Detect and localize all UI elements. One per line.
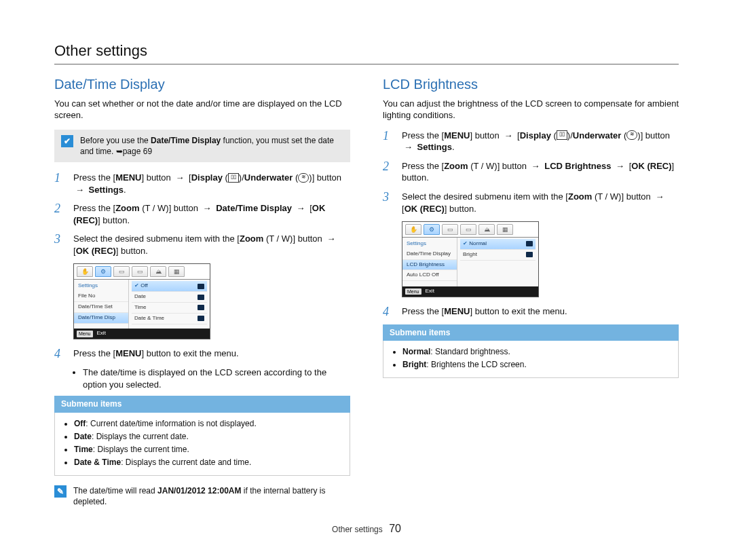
left-column: Date/Time Display You can set whether or…	[54, 75, 350, 508]
ss-footer: Menu Exit	[74, 329, 210, 339]
tab-icon: ▭	[460, 224, 476, 235]
ss-left-row: Date/Time Display	[402, 249, 457, 260]
note-icon	[54, 485, 67, 498]
footer-label: Other settings	[332, 525, 383, 534]
step-4: 4 Press the [MENU] button to exit the me…	[54, 348, 350, 360]
submenu-item: Date & Time: Displays the current date a…	[74, 457, 341, 468]
submenu-item: Time: Displays the current time.	[74, 444, 341, 455]
step-3: 3 Select the desired submenu item with t…	[383, 191, 679, 214]
check-icon	[61, 135, 73, 147]
ss-left-row: Auto LCD Off	[402, 270, 457, 281]
ss-tabs: ✋ ⚙ ▭ ▭ ⛰ ▦	[74, 264, 210, 280]
tab-icon: ▭	[132, 266, 148, 277]
right-column: LCD Brightness You can adjust the bright…	[383, 75, 679, 508]
step-4: 4 Press the [MENU] button to exit the me…	[383, 305, 679, 318]
step-body: Select the desired submenu item with the…	[402, 191, 679, 214]
step-3: 3 Select the desired submenu item with t…	[54, 233, 350, 257]
section-title-lcd: LCD Brightness	[383, 75, 679, 94]
step-body: Press the [MENU] button to exit the menu…	[402, 305, 679, 318]
submenu-item: Date: Displays the current date.	[74, 431, 341, 442]
tab-icon-active: ⚙	[95, 266, 111, 277]
step-number: 4	[54, 348, 65, 360]
ss-left-row-selected: Date/Time Disp	[74, 313, 128, 324]
underwater-icon: ≋	[298, 173, 309, 183]
option-icon	[526, 252, 533, 257]
step-body: Press the [MENU] button to exit the menu…	[73, 348, 350, 360]
step-body: Press the [MENU] button → [Display (▯▯)/…	[73, 172, 350, 195]
step-1: 1 Press the [MENU] button → [Display (▯▯…	[54, 172, 350, 195]
step-body: Select the desired submenu item with the…	[73, 233, 350, 257]
submenu-item: Off: Current date/time information is no…	[74, 418, 341, 429]
option-icon	[198, 316, 204, 321]
note-text: Before you use the Date/Time Display fun…	[80, 135, 343, 157]
intro-lcd: You can adjust the brightness of the LCD…	[383, 98, 679, 122]
ss-footer: Menu Exit	[402, 286, 538, 297]
ss-menu-btn: Menu	[77, 331, 93, 337]
ss-right-row-selected: ✔ Off	[132, 281, 207, 292]
step-number: 2	[54, 202, 65, 226]
tab-icon: ▦	[168, 266, 185, 277]
step-body: Press the [Zoom (T / W)] button → LCD Br…	[402, 160, 679, 184]
underwater-icon: ≋	[626, 130, 637, 140]
option-icon	[198, 295, 204, 300]
ss-exit-label: Exit	[97, 330, 106, 337]
submenu-item: Bright: Brightens the LCD screen.	[402, 359, 670, 370]
page-number: 70	[385, 523, 401, 534]
ss-left-title: Settings	[74, 281, 128, 291]
display-icon: ▯▯	[557, 130, 567, 140]
precondition-note: Before you use the Date/Time Display fun…	[54, 130, 350, 162]
display-icon: ▯▯	[228, 173, 239, 183]
tab-icon: ▭	[113, 266, 130, 277]
tab-icon: ✋	[405, 224, 421, 235]
tab-icon-active: ⚙	[424, 224, 440, 235]
ss-tabs: ✋ ⚙ ▭ ▭ ⛰ ▦	[402, 222, 538, 238]
step-number: 3	[383, 191, 394, 214]
tab-icon: ▦	[497, 224, 513, 235]
step-number: 1	[383, 130, 394, 153]
option-icon	[526, 241, 533, 246]
submenu-header-right: Submenu items	[383, 324, 679, 341]
ss-right-row: Date & Time	[132, 314, 207, 324]
intro-datetime: You can set whether or not the date and/…	[54, 98, 350, 122]
page-title: Other settings	[54, 41, 679, 61]
submenu-item: Normal: Standard brightness.	[402, 346, 670, 357]
step-number: 3	[54, 233, 65, 257]
ss-left-row: Date/Time Set	[74, 302, 128, 313]
submenu-body-left: Off: Current date/time information is no…	[54, 413, 350, 477]
ss-right-row: Bright	[460, 250, 535, 261]
option-icon	[198, 284, 204, 289]
step-1: 1 Press the [MENU] button → [Display (▯▯…	[383, 130, 679, 153]
option-icon	[198, 305, 204, 310]
title-rule	[54, 64, 679, 64]
tab-icon: ▭	[442, 224, 458, 235]
ss-right-row: Time	[132, 303, 207, 314]
step-number: 4	[383, 305, 394, 318]
ss-right-row-selected: ✔ Normal	[460, 239, 535, 250]
ss-menu-btn: Menu	[405, 288, 421, 295]
step-number: 1	[54, 172, 65, 195]
battery-note: The date/time will read JAN/01/2012 12:0…	[54, 485, 350, 507]
submenu-body-right: Normal: Standard brightness. Bright: Bri…	[383, 341, 679, 378]
tab-icon: ⛰	[150, 266, 166, 277]
ss-exit-label: Exit	[426, 288, 434, 295]
ss-right-row: Date	[132, 292, 207, 303]
ss-left-row-selected: LCD Brightness	[402, 260, 457, 271]
device-screenshot-datetime: ✋ ⚙ ▭ ▭ ⛰ ▦ Settings File No Date/Time S…	[73, 263, 210, 339]
ss-left-row: File No	[74, 291, 128, 302]
step-body: Press the [MENU] button → [Display (▯▯)/…	[402, 130, 679, 153]
section-title-datetime: Date/Time Display	[54, 75, 350, 94]
step-4-note: The date/time is displayed on the LCD sc…	[54, 367, 350, 390]
ss-left-title: Settings	[402, 239, 457, 249]
device-screenshot-lcd: ✋ ⚙ ▭ ▭ ⛰ ▦ Settings Date/Time Display L…	[402, 221, 539, 297]
step-number: 2	[383, 160, 394, 184]
tab-icon: ✋	[77, 266, 93, 277]
step-2: 2 Press the [Zoom (T / W)] button → Date…	[54, 202, 350, 226]
step-2: 2 Press the [Zoom (T / W)] button → LCD …	[383, 160, 679, 184]
submenu-header-left: Submenu items	[54, 396, 350, 412]
tab-icon: ⛰	[478, 224, 495, 235]
page-footer: Other settings 70	[54, 521, 679, 536]
step-body: Press the [Zoom (T / W)] button → Date/T…	[73, 202, 350, 226]
